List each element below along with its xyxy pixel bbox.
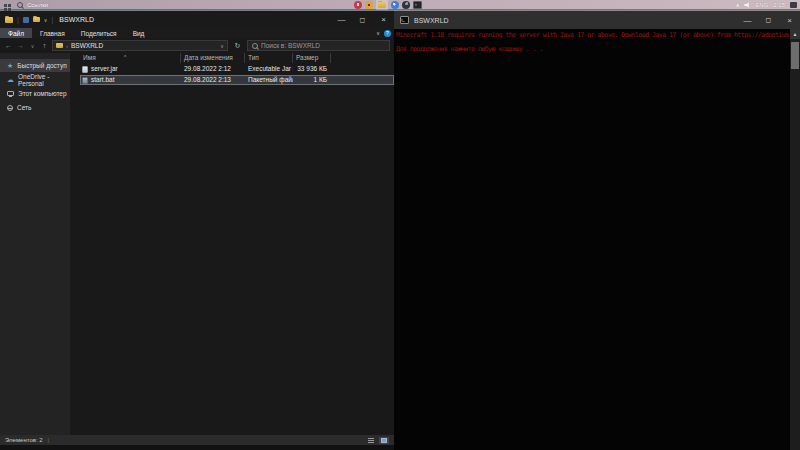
explorer-window-icon: [5, 17, 13, 23]
tab-share[interactable]: Поделиться: [73, 28, 125, 38]
console-line: Для продолжения нажмите любую клавишу . …: [396, 46, 790, 53]
forward-button[interactable]: →: [16, 42, 25, 49]
maximize-button[interactable]: ◻: [758, 11, 779, 29]
sidebar-item-label: Этот компьютер: [18, 90, 67, 97]
console-titlebar: BSWXRLD — ◻ ×: [394, 11, 800, 29]
explorer-titlebar: | ∨ | BSWXRLD — ◻ ×: [0, 11, 394, 28]
file-size: 1 КБ: [293, 75, 331, 85]
column-header-name[interactable]: Имя ^: [80, 53, 181, 63]
quick-access-customize-icon[interactable]: ∨: [44, 17, 48, 23]
file-name: start.bat: [91, 75, 114, 85]
file-modified: 29.08.2022 2:13: [181, 75, 245, 85]
sidebar-item-label: Быстрый доступ: [17, 62, 66, 69]
tray-expand-icon[interactable]: ∧: [736, 2, 740, 8]
tab-home[interactable]: Главная: [32, 28, 73, 38]
large-icons-view-button[interactable]: [379, 437, 389, 444]
monitor-icon: [7, 91, 14, 96]
explorer-window-title: BSWXRLD: [59, 16, 94, 23]
console-line: Minecraft 1.18 requires running the serv…: [396, 32, 790, 39]
explorer-body: ★ Быстрый доступ ☁ OneDrive - Personal Э…: [0, 53, 394, 435]
sidebar-item-this-pc[interactable]: Этот компьютер: [0, 87, 70, 100]
star-icon: ★: [7, 62, 13, 69]
start-button[interactable]: [4, 4, 7, 7]
help-icon[interactable]: ?: [384, 30, 391, 37]
sidebar-item-quick-access[interactable]: ★ Быстрый доступ: [0, 59, 70, 72]
file-list-header: Имя ^ Дата изменения Тип Размер: [80, 53, 394, 63]
quick-access-properties-icon[interactable]: [23, 17, 29, 23]
record-app-icon[interactable]: [354, 1, 362, 9]
file-explorer-window: | ∨ | BSWXRLD — ◻ × Файл Главная Поделит…: [0, 10, 394, 445]
clock[interactable]: 2:15: [773, 2, 785, 8]
sidebar-item-label: Сеть: [17, 104, 31, 111]
address-dropdown-icon[interactable]: ∨: [220, 43, 224, 49]
notification-center-icon[interactable]: [790, 2, 797, 8]
file-type: Пакетный файл ...: [245, 75, 293, 85]
explorer-window-controls: — ◻ ×: [331, 11, 394, 28]
cmd-icon: [400, 16, 409, 24]
scroll-up-icon[interactable]: ▲: [790, 29, 800, 39]
taskbar: Ссылки ∧ ENG 2:15: [0, 0, 800, 10]
items-count: Элементов: 2: [5, 437, 43, 443]
edge-app-icon[interactable]: [391, 1, 399, 9]
sidebar-item-onedrive[interactable]: ☁ OneDrive - Personal: [0, 73, 70, 86]
folder-icon: [56, 43, 63, 48]
close-button[interactable]: ×: [373, 11, 394, 28]
close-button[interactable]: ×: [779, 11, 800, 29]
explorer-statusbar: Элементов: 2 |: [0, 435, 394, 445]
explorer-ribbon: Файл Главная Поделиться Вид ∨ ?: [0, 28, 394, 38]
bat-file-icon: [82, 77, 88, 84]
address-field[interactable]: › BSWXRLD ∨: [52, 40, 228, 51]
column-header-size[interactable]: Размер: [293, 53, 331, 63]
browser-app-icon[interactable]: [402, 1, 410, 9]
search-box: [247, 40, 390, 51]
tab-view[interactable]: Вид: [125, 28, 153, 38]
file-modified: 29.08.2022 2:12: [181, 64, 245, 74]
breadcrumb-separator-icon: ›: [66, 43, 68, 49]
scrollbar-thumb[interactable]: [791, 42, 799, 69]
folder-icon: [378, 2, 386, 8]
table-row-server-jar[interactable]: server.jar 29.08.2022 2:12 Executable Ja…: [80, 64, 394, 74]
shield-app-icon[interactable]: [365, 1, 373, 9]
search-input[interactable]: [261, 42, 385, 49]
up-button[interactable]: ↑: [40, 42, 49, 49]
taskbar-links-toolbar[interactable]: Ссылки: [17, 2, 48, 8]
column-header-modified[interactable]: Дата изменения: [181, 53, 245, 63]
file-explorer-app-icon[interactable]: [376, 0, 388, 10]
links-toolbar-label: Ссылки: [27, 2, 48, 8]
refresh-button[interactable]: ↻: [231, 42, 244, 50]
system-tray: ∧ ENG 2:15: [736, 0, 797, 10]
language-indicator[interactable]: ENG: [755, 2, 768, 8]
expand-ribbon-icon[interactable]: ∨: [376, 30, 380, 36]
console-window-title: BSWXRLD: [414, 17, 449, 24]
list-view-icon: [368, 438, 374, 443]
network-icon: [7, 105, 13, 111]
file-name: server.jar: [91, 64, 118, 74]
quick-access-newfolder-icon[interactable]: [33, 17, 40, 22]
sidebar-item-label: OneDrive - Personal: [18, 73, 70, 87]
table-row-start-bat[interactable]: start.bat 29.08.2022 2:13 Пакетный файл …: [80, 75, 394, 85]
minimize-button[interactable]: —: [737, 11, 758, 29]
breadcrumb[interactable]: BSWXRLD: [71, 42, 103, 49]
tab-file[interactable]: Файл: [0, 28, 32, 38]
maximize-button[interactable]: ◻: [352, 11, 373, 28]
jar-file-icon: [82, 66, 88, 73]
back-button[interactable]: ←: [4, 42, 13, 49]
minimize-button[interactable]: —: [331, 11, 352, 28]
console-window-controls: — ◻ ×: [737, 11, 800, 29]
details-view-button[interactable]: [366, 437, 376, 444]
search-icon: [17, 2, 23, 8]
search-icon: [252, 43, 258, 49]
explorer-addressbar: ← → ∨ ↑ › BSWXRLD ∨ ↻: [0, 38, 394, 53]
file-type: Executable Jar File: [245, 64, 293, 74]
view-buttons: [366, 437, 389, 444]
console-scrollbar[interactable]: ▲: [790, 29, 800, 450]
titlebar-separator: |: [17, 16, 19, 23]
console-output: Minecraft 1.18 requires running the serv…: [394, 29, 790, 450]
sidebar-item-network[interactable]: Сеть: [0, 101, 70, 114]
volume-icon[interactable]: [744, 2, 750, 8]
terminal-app-icon[interactable]: [413, 1, 422, 9]
column-header-type[interactable]: Тип: [245, 53, 293, 63]
file-list-area: Имя ^ Дата изменения Тип Размер server.j…: [70, 53, 394, 435]
statusbar-separator: |: [48, 437, 50, 443]
recent-locations-icon[interactable]: ∨: [28, 43, 37, 49]
